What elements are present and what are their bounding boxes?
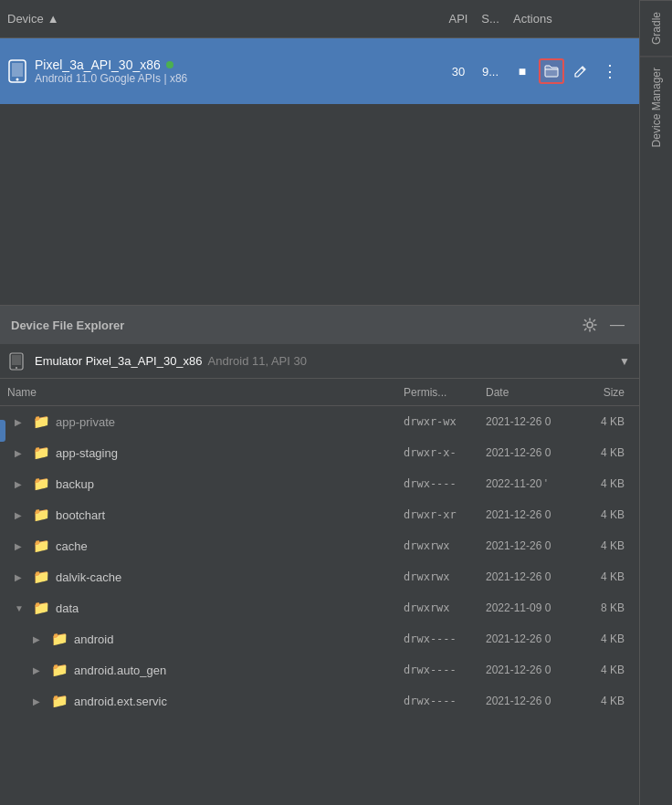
device-status-dot <box>166 61 173 68</box>
file-date-cell: 2022-11-20 ' <box>486 477 586 490</box>
minimize-button[interactable]: — <box>606 314 628 336</box>
file-date-cell: 2021-12-26 0 <box>486 695 586 707</box>
table-row[interactable]: ▶ 📁 app-private drwxr-wx 2021-12-26 0 4 … <box>0 406 639 437</box>
folder-button[interactable] <box>539 58 564 84</box>
file-table-header: Name Permis... Date Size <box>0 379 639 406</box>
expand-arrow[interactable]: ▶ <box>33 665 46 675</box>
file-name-text: android.ext.servic <box>74 695 167 708</box>
device-name-row: Pixel_3a_API_30_x86 <box>35 58 187 72</box>
folder-icon: 📁 <box>33 569 50 585</box>
device-manager-tab-label: Device Manager <box>650 68 663 147</box>
file-size-cell: 4 KB <box>586 446 632 459</box>
device-api-value: 30 <box>440 65 477 78</box>
file-date-cell: 2021-12-26 0 <box>486 664 586 676</box>
file-name-cell: ▶ 📁 bootchart <box>7 507 404 523</box>
column-header-row: Device ▲ API S... Actions <box>0 0 639 38</box>
file-col-header-name: Name <box>7 386 404 399</box>
table-row[interactable]: ▶ 📁 android drwx---- 2021-12-26 0 4 KB <box>0 623 639 654</box>
expand-arrow[interactable]: ▶ <box>15 541 27 551</box>
file-perms-cell: drwxr-wx <box>404 415 486 428</box>
file-name-text: app-private <box>56 415 115 429</box>
table-row[interactable]: ▶ 📁 android.auto_gen drwx---- 2021-12-26… <box>0 654 639 685</box>
file-name-cell: ▶ 📁 app-staging <box>7 444 404 461</box>
table-row[interactable]: ▶ 📁 bootchart drwxr-xr 2021-12-26 0 4 KB <box>0 499 639 530</box>
file-col-header-size: Size <box>586 386 632 399</box>
file-name-text: cache <box>56 539 88 553</box>
file-date-cell: 2021-12-26 0 <box>486 632 586 645</box>
file-explorer-panel: Device File Explorer — <box>0 305 639 716</box>
table-row[interactable]: ▶ 📁 android.ext.servic drwx---- 2021-12-… <box>0 685 639 716</box>
emulator-dropdown-arrow[interactable]: ▼ <box>619 355 630 368</box>
device-column-label: Device <box>7 12 44 26</box>
table-row[interactable]: ▶ 📁 app-staging drwxr-x- 2021-12-26 0 4 … <box>0 437 639 468</box>
settings-button[interactable] <box>579 314 601 336</box>
device-actions-group: ■ ⋮ <box>504 58 632 84</box>
header-icons-group: — <box>579 314 628 336</box>
expand-arrow[interactable]: ▶ <box>15 448 27 458</box>
gradle-tab-label: Gradle <box>650 12 663 45</box>
file-perms-cell: drwx---- <box>404 632 486 645</box>
file-name-cell: ▶ 📁 cache <box>7 538 404 554</box>
folder-icon: 📁 <box>51 662 68 678</box>
file-list: ▶ 📁 app-private drwxr-wx 2021-12-26 0 4 … <box>0 406 639 716</box>
file-name-cell: ▶ 📁 app-private <box>7 413 404 430</box>
file-name-cell: ▶ 📁 backup <box>7 476 404 492</box>
emulator-selector[interactable]: Emulator Pixel_3a_API_30_x86 Android 11,… <box>0 344 639 379</box>
file-perms-cell: drwx---- <box>404 664 486 676</box>
file-perms-cell: drwxr-xr <box>404 508 486 521</box>
folder-icon: 📁 <box>33 538 50 554</box>
sort-arrow[interactable]: ▲ <box>47 12 59 26</box>
file-name-text: dalvik-cache <box>56 570 121 584</box>
file-perms-cell: drwxr-x- <box>404 446 486 459</box>
expand-arrow[interactable]: ▶ <box>33 696 46 706</box>
file-perms-cell: drwxrwx <box>404 570 486 583</box>
file-name-text: android <box>74 632 113 646</box>
file-name-cell: ▶ 📁 android <box>7 631 404 647</box>
svg-rect-5 <box>12 355 21 365</box>
expand-arrow[interactable]: ▼ <box>15 603 27 613</box>
sidebar-tab-gradle[interactable]: Gradle <box>640 0 673 56</box>
emulator-device-icon <box>9 352 27 371</box>
table-row[interactable]: ▶ 📁 dalvik-cache drwxrwx 2021-12-26 0 4 … <box>0 561 639 592</box>
table-row[interactable]: ▶ 📁 cache drwxrwx 2021-12-26 0 4 KB <box>0 530 639 561</box>
file-perms-cell: drwx---- <box>404 695 486 707</box>
file-size-cell: 4 KB <box>586 539 632 552</box>
svg-point-3 <box>587 322 593 328</box>
file-date-cell: 2022-11-09 0 <box>486 601 586 614</box>
file-size-cell: 4 KB <box>586 695 632 707</box>
expand-arrow[interactable]: ▶ <box>15 417 27 427</box>
table-row[interactable]: ▼ 📁 data drwxrwx 2022-11-09 0 8 KB <box>0 592 639 623</box>
file-date-cell: 2021-12-26 0 <box>486 539 586 552</box>
expand-arrow[interactable]: ▶ <box>15 572 27 582</box>
sidebar-tab-device-manager[interactable]: Device Manager <box>640 56 673 158</box>
svg-point-6 <box>16 367 17 369</box>
file-date-cell: 2021-12-26 0 <box>486 446 586 459</box>
file-date-cell: 2021-12-26 0 <box>486 415 586 428</box>
folder-icon: 📁 <box>33 444 50 461</box>
table-row[interactable]: ▶ 📁 backup drwx---- 2022-11-20 ' 4 KB <box>0 468 639 499</box>
file-name-cell: ▶ 📁 android.ext.servic <box>7 693 404 709</box>
file-explorer-title: Device File Explorer <box>11 319 124 332</box>
col-header-api: API <box>440 12 477 26</box>
folder-icon: 📁 <box>51 693 68 709</box>
file-name-text: app-staging <box>56 446 118 460</box>
edit-button[interactable] <box>568 58 593 84</box>
device-name-label: Pixel_3a_API_30_x86 <box>35 58 161 72</box>
device-row[interactable]: Pixel_3a_API_30_x86 Android 11.0 Google … <box>0 38 639 104</box>
more-options-button[interactable]: ⋮ <box>597 58 623 84</box>
file-perms-cell: drwxrwx <box>404 539 486 552</box>
col-header-s: S... <box>477 12 504 26</box>
empty-space <box>0 104 639 305</box>
file-name-text: bootchart <box>56 508 105 522</box>
file-col-header-date: Date <box>486 386 586 399</box>
expand-arrow[interactable]: ▶ <box>33 634 46 644</box>
file-perms-cell: drwxrwx <box>404 601 486 614</box>
file-size-cell: 4 KB <box>586 477 632 490</box>
file-size-cell: 4 KB <box>586 508 632 521</box>
stop-button[interactable]: ■ <box>509 58 535 84</box>
expand-arrow[interactable]: ▶ <box>15 479 27 489</box>
col-header-actions: Actions <box>504 12 632 26</box>
expand-arrow[interactable]: ▶ <box>15 510 27 520</box>
file-name-text: backup <box>56 477 94 491</box>
emulator-detail: Android 11, API 30 <box>208 354 307 368</box>
